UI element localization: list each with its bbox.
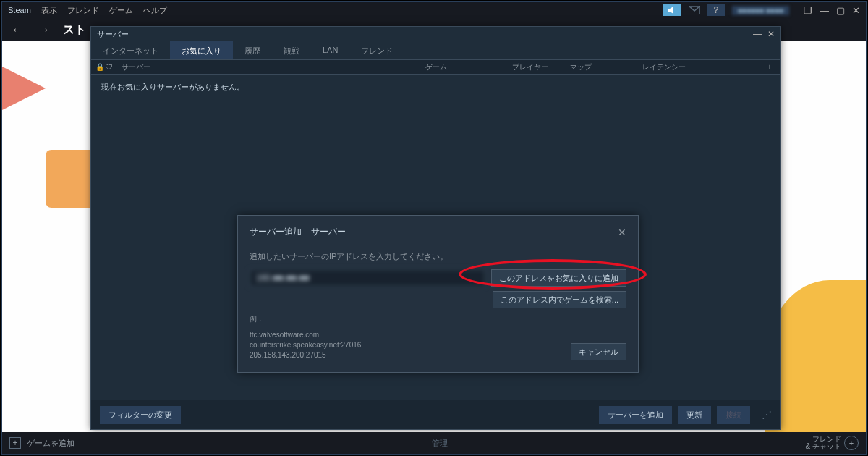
- steam-bottom-bar: + ゲームを追加 管理 フレンド & チャット +: [2, 432, 866, 454]
- server-browser-window: サーバー — ✕ インターネット お気に入り 履歴 観戦 LAN フレンド 🔒 …: [90, 26, 781, 430]
- decorative-blob: [46, 150, 96, 208]
- modal-instruction: 追加したいサーバーのIPアドレスを入力してください。: [250, 251, 626, 262]
- tab-lan[interactable]: LAN: [311, 41, 349, 59]
- window-maximize-icon[interactable]: ▢: [836, 5, 845, 16]
- window-restore-icon[interactable]: ❐: [804, 5, 812, 16]
- examples-label: 例：: [250, 314, 626, 324]
- header-map[interactable]: マップ: [566, 62, 638, 72]
- decorative-blob: [2, 56, 46, 121]
- add-server-button[interactable]: サーバーを追加: [599, 406, 672, 424]
- window-close-icon[interactable]: ✕: [852, 5, 860, 16]
- search-games-button[interactable]: このアドレス内でゲームを検索...: [493, 291, 626, 308]
- menu-friends[interactable]: フレンド: [67, 5, 99, 16]
- steam-brand: Steam: [8, 6, 31, 14]
- modal-title: サーバー追加 – サーバー: [250, 226, 346, 238]
- friends-chat-label: フレンド & チャット: [806, 436, 841, 450]
- tab-friends[interactable]: フレンド: [349, 41, 404, 59]
- server-list-headers: 🔒 🛡 サーバー ゲーム プレイヤー マップ レイテンシー +: [91, 60, 780, 75]
- header-server[interactable]: サーバー: [117, 62, 421, 72]
- window-minimize-icon[interactable]: —: [820, 5, 829, 16]
- steam-main-window: Steam 表示 フレンド ゲーム ヘルプ ? ■■■■■■ ■■■■ ❐ — …: [1, 1, 867, 455]
- header-players[interactable]: プレイヤー: [508, 62, 566, 72]
- server-address-input[interactable]: [250, 269, 485, 287]
- server-list-body: 現在お気に入りサーバーがありません。 サーバー追加 – サーバー ✕ 追加したい…: [91, 75, 780, 393]
- empty-favorites-message: 現在お気に入りサーバーがありません。: [101, 82, 770, 93]
- bottom-mid-text: 管理: [75, 438, 806, 449]
- refresh-button[interactable]: 更新: [678, 406, 711, 424]
- add-game-label: ゲームを追加: [27, 438, 75, 449]
- filter-button[interactable]: フィルターの変更: [100, 406, 181, 424]
- server-window-titlebar: サーバー — ✕: [91, 27, 780, 41]
- modal-close-icon[interactable]: ✕: [618, 227, 626, 238]
- server-window-title: サーバー: [97, 29, 129, 40]
- plus-icon: +: [9, 437, 21, 449]
- connect-button[interactable]: 接続: [717, 406, 750, 424]
- nav-forward-icon[interactable]: →: [37, 22, 50, 38]
- tab-internet[interactable]: インターネット: [91, 41, 170, 59]
- header-latency[interactable]: レイテンシー: [638, 62, 703, 72]
- add-to-favorites-button[interactable]: このアドレスをお気に入りに追加: [491, 269, 626, 287]
- shield-icon: 🛡: [106, 63, 113, 71]
- nav-title: スト: [63, 22, 86, 38]
- menu-help[interactable]: ヘルプ: [143, 5, 167, 16]
- add-game-button[interactable]: + ゲームを追加: [9, 437, 75, 449]
- tab-favorites[interactable]: お気に入り: [170, 41, 233, 59]
- header-game[interactable]: ゲーム: [421, 62, 508, 72]
- announcement-icon[interactable]: [663, 4, 681, 16]
- add-server-modal: サーバー追加 – サーバー ✕ 追加したいサーバーのIPアドレスを入力してくださ…: [237, 215, 639, 373]
- chat-plus-icon: +: [844, 436, 859, 450]
- tab-spectate[interactable]: 観戦: [272, 41, 311, 59]
- menubar: Steam 表示 フレンド ゲーム ヘルプ ? ■■■■■■ ■■■■ ❐ — …: [2, 2, 866, 18]
- server-window-close-icon[interactable]: ✕: [767, 29, 775, 39]
- friends-chat-button[interactable]: フレンド & チャット +: [806, 436, 859, 450]
- tab-history[interactable]: 履歴: [233, 41, 272, 59]
- add-column-icon[interactable]: +: [763, 62, 776, 72]
- inbox-icon[interactable]: [689, 6, 700, 14]
- menu-games[interactable]: ゲーム: [109, 5, 133, 16]
- server-window-minimize-icon[interactable]: —: [753, 29, 762, 39]
- server-window-footer: フィルターの変更 サーバーを追加 更新 接続 ⋰: [91, 400, 780, 429]
- user-account-menu[interactable]: ■■■■■■ ■■■■: [732, 6, 789, 15]
- lock-icon: 🔒: [95, 63, 101, 71]
- cancel-button[interactable]: キャンセル: [571, 343, 626, 360]
- menu-view[interactable]: 表示: [41, 5, 57, 16]
- nav-back-icon[interactable]: ←: [11, 22, 24, 38]
- help-icon[interactable]: ?: [707, 4, 725, 16]
- server-tabs: インターネット お気に入り 履歴 観戦 LAN フレンド: [91, 41, 780, 60]
- resize-grip-icon[interactable]: ⋰: [762, 409, 772, 421]
